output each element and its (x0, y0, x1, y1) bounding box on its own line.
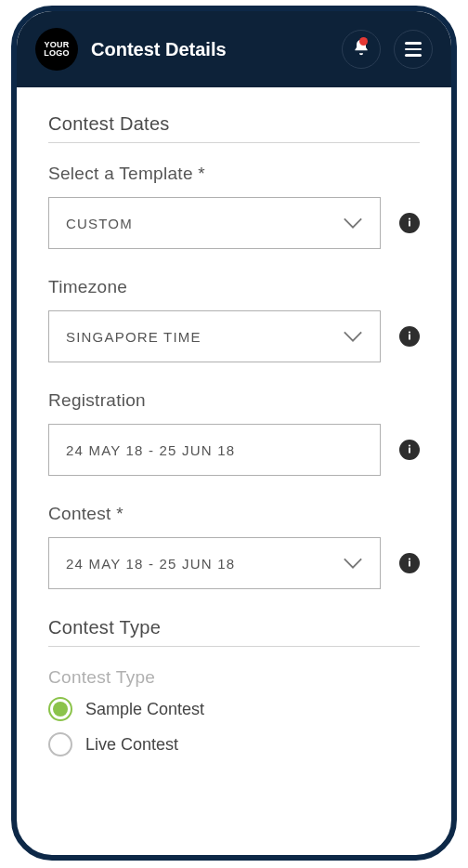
timezone-select[interactable]: SINGAPORE TIME (48, 310, 381, 362)
app-header: YOUR LOGO Contest Details (17, 11, 451, 87)
contest-label: Contest * (48, 504, 420, 524)
contest-select[interactable]: 24 MAY 18 - 25 JUN 18 (48, 537, 381, 589)
info-icon (404, 215, 415, 231)
registration-info-button[interactable] (399, 440, 420, 460)
timezone-info-button[interactable] (399, 326, 420, 347)
hamburger-icon (405, 42, 422, 57)
svg-point-6 (409, 558, 410, 559)
registration-field[interactable]: 24 MAY 18 - 25 JUN 18 (48, 424, 381, 476)
chevron-down-icon (343, 557, 363, 570)
info-icon (404, 441, 415, 458)
content-area: Contest Dates Select a Template * CUSTOM… (17, 87, 451, 756)
radio-icon (48, 732, 72, 756)
radio-label: Sample Contest (85, 700, 204, 719)
svg-point-2 (409, 331, 410, 333)
template-value: CUSTOM (66, 216, 133, 231)
phone-frame: YOUR LOGO Contest Details Contest Dates … (11, 6, 457, 861)
logo-line2: LOGO (44, 49, 70, 58)
radio-live-contest[interactable]: Live Contest (48, 732, 420, 756)
info-icon (404, 328, 415, 345)
contest-value: 24 MAY 18 - 25 JUN 18 (66, 556, 235, 572)
contest-info-button[interactable] (399, 553, 420, 573)
radio-label: Live Contest (85, 735, 178, 755)
registration-value: 24 MAY 18 - 25 JUN 18 (66, 442, 235, 458)
template-select[interactable]: CUSTOM (48, 197, 381, 249)
info-icon (404, 555, 415, 572)
svg-rect-5 (409, 448, 410, 454)
template-info-button[interactable] (399, 213, 420, 233)
chevron-down-icon (343, 330, 363, 343)
radio-sample-contest[interactable]: Sample Contest (48, 697, 420, 721)
section-contest-type: Contest Type (48, 617, 420, 647)
logo: YOUR LOGO (35, 28, 78, 71)
svg-rect-7 (409, 561, 410, 567)
notifications-button[interactable] (342, 30, 381, 69)
timezone-label: Timezone (48, 277, 420, 297)
svg-point-4 (409, 444, 410, 446)
template-label: Select a Template * (48, 164, 420, 184)
registration-label: Registration (48, 390, 420, 411)
menu-button[interactable] (394, 30, 433, 69)
contest-type-sublabel: Contest Type (48, 667, 420, 688)
timezone-value: SINGAPORE TIME (66, 329, 202, 345)
svg-point-0 (409, 217, 410, 219)
notification-badge (359, 37, 368, 46)
chevron-down-icon (343, 217, 363, 230)
svg-rect-3 (409, 335, 410, 340)
section-contest-dates: Contest Dates (48, 113, 420, 143)
radio-icon (48, 697, 72, 721)
svg-rect-1 (409, 221, 410, 227)
page-title: Contest Details (91, 39, 329, 60)
